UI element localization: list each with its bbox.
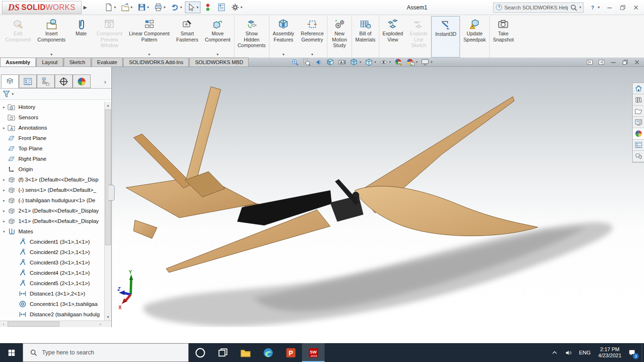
- start-button[interactable]: [0, 343, 23, 362]
- propeller-spinner[interactable]: [352, 192, 359, 198]
- command-tab[interactable]: SOLIDWORKS Add-Ins: [123, 58, 189, 66]
- expand-arrow[interactable]: ▸: [1, 178, 7, 182]
- update-speedpak-button[interactable]: UpdateSpeedpak ▾: [460, 16, 489, 58]
- doc-close-button[interactable]: [634, 59, 640, 66]
- dropdown-caret[interactable]: ▾: [389, 60, 391, 64]
- scroll-right-arrow[interactable]: ›: [97, 322, 104, 327]
- filter-icon[interactable]: [2, 90, 11, 99]
- dropdown-caret[interactable]: ▾: [431, 60, 433, 64]
- move-component-button[interactable]: MoveComponent ▾: [201, 16, 234, 58]
- taskbar-cortana-button[interactable]: [189, 343, 211, 362]
- select-tool-button[interactable]: ▾: [185, 1, 201, 13]
- dropdown-caret[interactable]: ▾: [311, 52, 313, 57]
- tree-item[interactable]: Concentric1 (3<1>,tsahilgaa: [1, 299, 103, 309]
- dropdown-caret[interactable]: ▾: [416, 60, 418, 64]
- tree-item[interactable]: ▸ A Annotations: [1, 123, 103, 133]
- scroll-thumb[interactable]: [105, 109, 111, 245]
- dropdown-caret[interactable]: ▾: [147, 5, 149, 9]
- new-motion-study-button[interactable]: NewMotionStudy ▾: [327, 16, 352, 58]
- show-desktop-button[interactable]: [642, 343, 644, 362]
- tail-fin-left[interactable]: [134, 134, 192, 188]
- tree-item[interactable]: ▸ (-) sens<1> (Default<<Default>_: [1, 185, 103, 195]
- dropdown-caret[interactable]: ▾: [114, 5, 116, 9]
- propertymanager-tab[interactable]: [19, 74, 37, 88]
- undo-button[interactable]: ▾: [168, 1, 184, 13]
- search-dropdown-caret[interactable]: ▾: [579, 5, 581, 9]
- filter-dropdown-caret[interactable]: ▾: [12, 92, 14, 96]
- tail-fin-right[interactable]: [186, 87, 221, 183]
- linear-component-pattern-button[interactable]: Linear ComponentPattern ▾: [125, 16, 173, 58]
- tree-item[interactable]: ▸ (-) tsahilgaan hudulguur<1> (De: [1, 195, 103, 206]
- tree-item[interactable]: Coincident4 (2<1>,1<1>): [1, 268, 103, 278]
- dropdown-caret[interactable]: ▾: [50, 52, 52, 57]
- tree-item[interactable]: Coincident3 (3<1>,1<1>): [1, 257, 103, 268]
- explode-line-sketch-button[interactable]: ExplodeLineSketch ▾: [406, 16, 431, 58]
- clock[interactable]: 2:17 PM 4/23/2021: [594, 346, 625, 359]
- notification-center-button[interactable]: 3: [625, 343, 642, 362]
- dropdown-caret[interactable]: ▾: [131, 5, 133, 9]
- previous-view-button[interactable]: ▾: [314, 58, 323, 66]
- edit-appearance-button[interactable]: ▾: [394, 58, 403, 66]
- y-axis-arrow[interactable]: [129, 274, 133, 280]
- command-tab[interactable]: Evaluate: [92, 58, 123, 66]
- tree-item[interactable]: ▸ History: [1, 102, 103, 112]
- taskbar-search-input[interactable]: [42, 349, 188, 356]
- bill-of-materials-button[interactable]: Bill ofMaterials ▾: [352, 16, 379, 58]
- print-button[interactable]: ▾: [152, 1, 167, 13]
- assembly-features-button[interactable]: AssemblyFeatures ▾: [269, 16, 298, 58]
- exploded-view-button[interactable]: ExplodedView ▾: [379, 16, 407, 58]
- hide-show-items-button[interactable]: ▾: [379, 58, 391, 66]
- open-document-button[interactable]: ▾: [119, 1, 134, 13]
- tree-item[interactable]: Front Plane: [1, 133, 103, 143]
- tree-item[interactable]: Distance1 (3<1>,2<1>): [1, 288, 103, 299]
- tree-item[interactable]: ▸ 1<1> (Default<<Default>_Display: [1, 216, 103, 226]
- section-view-button[interactable]: ▾: [326, 58, 335, 66]
- graphics-area[interactable]: Y Z X: [112, 67, 644, 327]
- component-preview-window-button[interactable]: ComponentPreviewWindow ▾: [93, 16, 125, 58]
- collapse-right-pane-button[interactable]: [598, 59, 605, 66]
- dropdown-caret[interactable]: ▾: [360, 60, 361, 64]
- panel-expand-button[interactable]: ›: [101, 76, 109, 87]
- taskbar-edge-button[interactable]: [257, 343, 279, 362]
- insert-components-button[interactable]: InsertComponents ▾: [34, 16, 69, 58]
- dropdown-caret[interactable]: ▾: [283, 52, 284, 57]
- annotation-views-button[interactable]: A ▾: [338, 58, 346, 66]
- dropdown-caret[interactable]: ▾: [197, 5, 199, 9]
- taskbar-search-box[interactable]: [23, 343, 189, 362]
- show-hidden-components-button[interactable]: ShowHiddenComponents ▾: [234, 16, 270, 58]
- expand-arrow[interactable]: ▸: [1, 105, 7, 109]
- tree-item[interactable]: ▸ (f) 3<1> (Default<<Default>_Disp: [1, 174, 103, 185]
- help-button[interactable]: ?▾: [588, 3, 601, 12]
- expand-arrow[interactable]: ▸: [1, 219, 7, 223]
- help-search-input[interactable]: [504, 5, 568, 10]
- taskpane-file-explorer-tab[interactable]: [633, 106, 644, 117]
- tree-item[interactable]: ▸ 2<1> (Default<<Default>_Display: [1, 206, 103, 216]
- dropdown-caret[interactable]: ▾: [148, 52, 150, 57]
- scroll-down-arrow[interactable]: ▼: [105, 313, 111, 321]
- tree-horizontal-scrollbar[interactable]: ‹ ›: [0, 321, 111, 327]
- mate-button[interactable]: Mate ▾: [69, 16, 93, 58]
- expand-arrow[interactable]: ▸: [1, 198, 7, 203]
- expand-arrow[interactable]: ▾: [1, 230, 7, 234]
- edit-component-button[interactable]: EditComponent ▾: [2, 16, 34, 58]
- view-settings-button[interactable]: ▾: [421, 58, 433, 66]
- take-snapshot-button[interactable]: TakeSnapshot ▾: [490, 16, 517, 58]
- smart-fasteners-button[interactable]: SmartFasteners ▾: [173, 16, 202, 58]
- save-button[interactable]: ▾: [135, 1, 151, 13]
- language-indicator[interactable]: ENG: [575, 350, 594, 355]
- collapse-left-pane-button[interactable]: [586, 59, 593, 66]
- new-document-button[interactable]: ▾: [102, 1, 118, 13]
- dropdown-caret[interactable]: ▾: [180, 5, 182, 9]
- taskpane-appearances-tab[interactable]: [633, 128, 644, 140]
- configurationmanager-tab[interactable]: [37, 74, 55, 88]
- tree-item[interactable]: Top Plane: [1, 143, 103, 154]
- featuremanager-tree-tab[interactable]: [1, 74, 19, 88]
- dropdown-caret[interactable]: ▾: [217, 52, 218, 57]
- tray-chevron-button[interactable]: [548, 343, 561, 362]
- taskpane-custom-properties-tab[interactable]: [633, 140, 644, 151]
- dropdown-caret[interactable]: ▾: [241, 5, 243, 9]
- taskpane-forum-tab[interactable]: [633, 151, 644, 162]
- command-tab[interactable]: Layout: [36, 58, 63, 66]
- display-style-button[interactable]: ▾: [365, 58, 376, 66]
- search-icon[interactable]: [570, 4, 577, 11]
